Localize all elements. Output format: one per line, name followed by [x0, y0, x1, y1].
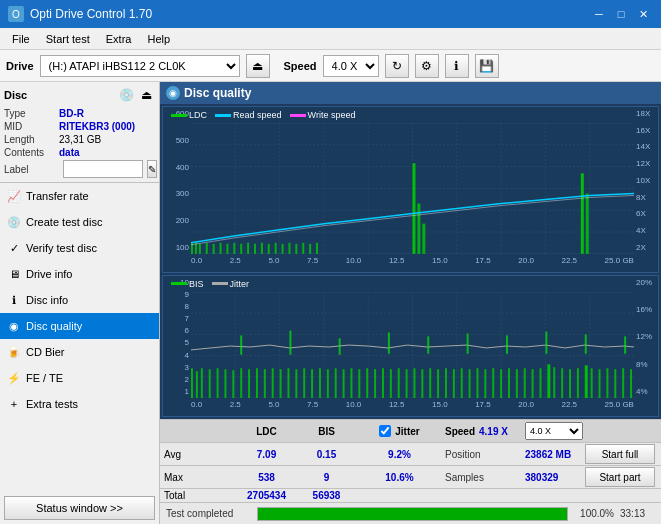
- speed-select[interactable]: 4.0 X: [323, 55, 379, 77]
- svg-rect-63: [240, 368, 242, 398]
- jitter-legend-color: [212, 282, 228, 285]
- svg-rect-20: [213, 244, 215, 254]
- jitter-legend: Jitter: [212, 279, 250, 289]
- jitter-checkbox[interactable]: [379, 425, 391, 437]
- top-y-axis-right: 18X 16X 14X 12X 10X 8X 6X 4X 2X: [634, 107, 658, 254]
- avg-bis: 0.15: [299, 449, 354, 460]
- save-button[interactable]: 💾: [475, 54, 499, 78]
- svg-rect-31: [288, 243, 290, 254]
- sidebar-item-fe-te-label: FE / TE: [26, 372, 63, 384]
- svg-rect-64: [248, 369, 250, 398]
- main-content: Disc 💿 ⏏ Type BD-R MID RITEKBR3 (000) Le…: [0, 82, 661, 524]
- top-chart-svg-area: [191, 123, 634, 254]
- svg-rect-28: [268, 244, 270, 254]
- y-label-100: 100: [176, 243, 189, 252]
- svg-rect-85: [413, 368, 415, 398]
- disc-length-value: 23,31 GB: [59, 134, 101, 145]
- config-button[interactable]: ⚙: [415, 54, 439, 78]
- close-button[interactable]: ✕: [633, 5, 653, 23]
- disc-label-input[interactable]: [63, 160, 143, 178]
- write-speed-legend: Write speed: [290, 110, 356, 120]
- sidebar-item-disc-quality[interactable]: ◉ Disc quality: [0, 313, 159, 339]
- svg-rect-122: [585, 334, 587, 353]
- disc-load-icon[interactable]: 💿: [117, 86, 135, 104]
- sidebar-item-cd-bier[interactable]: 🍺 CD Bier: [0, 339, 159, 365]
- disc-mid-value: RITEKBR3 (000): [59, 121, 135, 132]
- y-label-6x: 6X: [636, 209, 646, 218]
- maximize-button[interactable]: □: [611, 5, 631, 23]
- chart-area: LDC Read speed Write speed 600 500 400: [160, 104, 661, 419]
- svg-rect-57: [196, 371, 198, 398]
- sidebar-item-fe-te[interactable]: ⚡ FE / TE: [0, 365, 159, 391]
- menu-file[interactable]: File: [4, 31, 38, 47]
- start-part-button[interactable]: Start part: [585, 467, 655, 487]
- disc-eject-icon[interactable]: ⏏: [137, 86, 155, 104]
- svg-rect-117: [388, 332, 390, 353]
- sidebar-item-extra-tests[interactable]: + Extra tests: [0, 391, 159, 417]
- disc-type-row: Type BD-R: [4, 108, 155, 119]
- svg-rect-115: [289, 330, 291, 354]
- disc-contents-row: Contents data: [4, 147, 155, 158]
- bottom-y-axis-left: 10 9 8 7 6 5 4 3 2 1: [163, 276, 191, 398]
- svg-rect-103: [553, 367, 555, 398]
- svg-rect-23: [233, 243, 235, 254]
- svg-rect-96: [500, 369, 502, 398]
- bis-legend-label: BIS: [189, 279, 204, 289]
- top-x-axis: 0.0 2.5 5.0 7.5 10.0 12.5 15.0 17.5 20.0…: [191, 254, 634, 272]
- avg-label: Avg: [164, 449, 234, 460]
- svg-rect-91: [461, 368, 463, 398]
- start-full-button[interactable]: Start full: [585, 444, 655, 464]
- y-label-8x: 8X: [636, 193, 646, 202]
- status-window-button[interactable]: Status window >>: [4, 496, 155, 520]
- menu-help[interactable]: Help: [139, 31, 178, 47]
- sidebar-item-transfer-rate[interactable]: 📈 Transfer rate: [0, 183, 159, 209]
- bis-legend: BIS: [171, 279, 204, 289]
- sidebar-item-drive-info[interactable]: 🖥 Drive info: [0, 261, 159, 287]
- title-bar: O Opti Drive Control 1.70 ─ □ ✕: [0, 0, 661, 28]
- read-speed-legend: Read speed: [215, 110, 282, 120]
- sidebar-item-disc-info-label: Disc info: [26, 294, 68, 306]
- svg-rect-21: [220, 243, 222, 254]
- disc-label-label: Label: [4, 164, 59, 175]
- speed-col: Speed 4.19 X: [445, 426, 525, 437]
- svg-rect-86: [421, 369, 423, 398]
- eject-button[interactable]: ⏏: [246, 54, 270, 78]
- svg-rect-34: [309, 244, 311, 254]
- samples-label: Samples: [445, 472, 525, 483]
- progress-percent: 100.0%: [574, 508, 614, 519]
- sidebar-item-verify-test-disc[interactable]: ✓ Verify test disc: [0, 235, 159, 261]
- window-controls: ─ □ ✕: [589, 5, 653, 23]
- disc-label-set-button[interactable]: ✎: [147, 160, 157, 178]
- sidebar-item-create-test-disc[interactable]: 💿 Create test disc: [0, 209, 159, 235]
- top-chart-svg: [191, 123, 634, 254]
- disc-length-row: Length 23,31 GB: [4, 134, 155, 145]
- top-chart: LDC Read speed Write speed 600 500 400: [162, 106, 659, 273]
- total-row: Total 2705434 56938: [160, 489, 661, 502]
- svg-rect-66: [264, 369, 266, 398]
- svg-rect-109: [599, 369, 601, 398]
- info-button[interactable]: ℹ: [445, 54, 469, 78]
- speed-select-stats[interactable]: 4.0 X: [525, 422, 583, 440]
- svg-rect-37: [417, 204, 420, 254]
- bottom-chart: BIS Jitter 10 9 8 7 6 5 4 3: [162, 275, 659, 417]
- total-label: Total: [164, 490, 234, 501]
- svg-rect-79: [366, 368, 368, 398]
- drive-select[interactable]: (H:) ATAPI iHBS112 2 CL0K: [40, 55, 240, 77]
- y-label-200: 200: [176, 216, 189, 225]
- sidebar-item-cd-bier-label: CD Bier: [26, 346, 65, 358]
- minimize-button[interactable]: ─: [589, 5, 609, 23]
- stats-headers: LDC BIS Jitter Speed 4.19 X 4.0 X: [160, 420, 661, 443]
- menu-start-test[interactable]: Start test: [38, 31, 98, 47]
- y-label-10x: 10X: [636, 176, 650, 185]
- svg-rect-33: [302, 243, 304, 254]
- sidebar-item-disc-info[interactable]: ℹ Disc info: [0, 287, 159, 313]
- y-label-12x: 12X: [636, 159, 650, 168]
- write-speed-legend-label: Write speed: [308, 110, 356, 120]
- menu-extra[interactable]: Extra: [98, 31, 140, 47]
- max-bis: 9: [299, 472, 354, 483]
- refresh-button[interactable]: ↻: [385, 54, 409, 78]
- speed-select-col: 4.0 X: [525, 422, 585, 440]
- disc-contents-value: data: [59, 147, 80, 158]
- bis-legend-color: [171, 282, 187, 285]
- disc-mid-row: MID RITEKBR3 (000): [4, 121, 155, 132]
